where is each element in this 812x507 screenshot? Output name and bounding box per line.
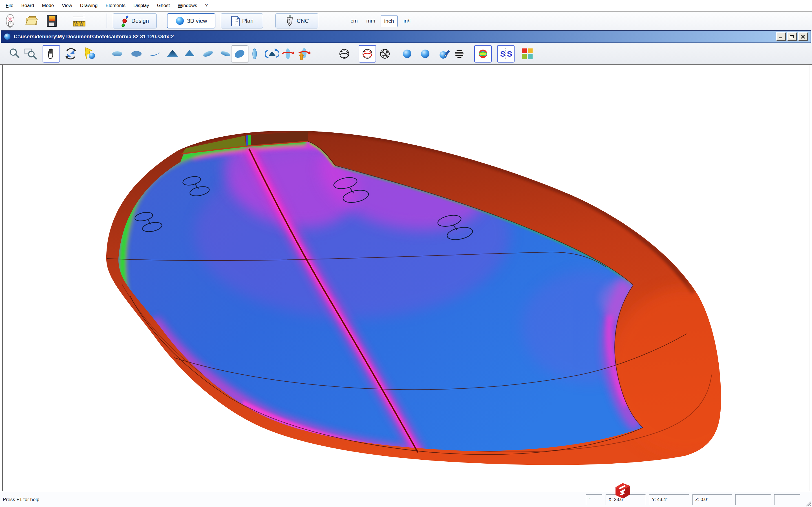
shaded-smooth-button[interactable] xyxy=(418,47,432,61)
viewport-canvas[interactable] xyxy=(2,65,810,491)
rotate-axis-step-button[interactable] xyxy=(297,47,311,61)
wireframe-icon xyxy=(338,47,351,61)
close-button[interactable] xyxy=(798,33,808,41)
status-empty-panel xyxy=(735,494,771,505)
textured-sphere-icon xyxy=(437,47,451,61)
zoom-window-icon xyxy=(24,47,38,60)
toolbar-separator xyxy=(107,13,107,28)
minimize-icon xyxy=(778,34,783,39)
view-toolbar: S S xyxy=(0,43,812,65)
wireframe-mesh-button[interactable] xyxy=(378,47,392,61)
view-top-icon xyxy=(111,47,124,60)
cnc-mode-button[interactable]: CNC xyxy=(275,13,318,29)
status-z-coordinate: Z: 0.0" xyxy=(693,494,732,505)
minimize-button[interactable] xyxy=(776,33,786,41)
status-unit-panel: " xyxy=(586,494,602,505)
shaded-button[interactable] xyxy=(400,47,414,61)
view-outline-icon xyxy=(248,47,261,60)
menu-view[interactable]: View xyxy=(58,0,76,11)
wireframe-slices-button[interactable] xyxy=(359,45,376,62)
unit-mm[interactable]: mm xyxy=(364,15,378,26)
rotate-3d-icon xyxy=(64,47,78,61)
zoom-icon xyxy=(8,47,21,60)
maximize-button[interactable] xyxy=(787,33,797,41)
rotate-axis-step-icon xyxy=(297,47,310,61)
menu-elements[interactable]: Elements xyxy=(101,0,130,11)
resize-grip[interactable] xyxy=(805,501,811,507)
zoom-window-button[interactable] xyxy=(24,47,38,61)
save-file-button[interactable] xyxy=(45,13,59,28)
menu-windows[interactable]: Windows xyxy=(174,0,201,11)
curvature-map-button[interactable] xyxy=(474,45,492,62)
design-mode-label: Design xyxy=(132,18,149,24)
view-outline-button[interactable] xyxy=(248,47,262,61)
new-board-icon xyxy=(4,13,17,28)
status-help-text: Press F1 for help xyxy=(3,492,39,507)
sketchup-logo-icon xyxy=(612,481,633,500)
new-board-button[interactable] xyxy=(3,13,18,28)
view-perspective-button[interactable] xyxy=(231,45,248,62)
open-file-button[interactable] xyxy=(24,13,39,28)
view-persp-right-icon xyxy=(219,47,232,60)
wireframe-slices-icon xyxy=(361,47,374,61)
view-back-icon xyxy=(183,47,196,60)
plan-mode-label: Plan xyxy=(242,18,253,24)
menu-drawing[interactable]: Drawing xyxy=(76,0,101,11)
menu-board[interactable]: Board xyxy=(17,0,38,11)
rotate-axis-icon xyxy=(281,47,295,61)
unit-inf[interactable]: in/f xyxy=(400,15,414,26)
menu-file[interactable]: File xyxy=(2,0,17,11)
stripes-map-button[interactable] xyxy=(452,47,466,61)
view-top-button[interactable] xyxy=(110,47,124,61)
main-toolbar: Design 3D view Plan CNC cm mm inch in/f xyxy=(0,12,812,31)
save-icon xyxy=(45,14,58,27)
menu-help[interactable]: ? xyxy=(201,0,211,11)
maximize-icon xyxy=(790,34,795,39)
view-bottom-button[interactable] xyxy=(130,47,144,61)
view-rocker-icon xyxy=(148,47,161,60)
document-title: C:\users\dennery\My Documents\hotelcalif… xyxy=(14,34,174,40)
3d-view-mode-label: 3D view xyxy=(187,18,207,24)
wireframe-button[interactable] xyxy=(337,47,351,61)
board-3d-render xyxy=(3,65,809,491)
measurements-button[interactable] xyxy=(73,13,87,28)
document-title-bar[interactable]: C:\users\dennery\My Documents\hotelcalif… xyxy=(1,31,811,43)
3d-sphere-icon xyxy=(175,16,185,25)
render-light-button[interactable] xyxy=(84,47,98,61)
zoom-tool-button[interactable] xyxy=(7,47,21,61)
textured-button[interactable] xyxy=(437,47,451,61)
color-settings-button[interactable] xyxy=(520,47,534,61)
sketchup-export-button[interactable] xyxy=(612,481,633,501)
svg-text:S: S xyxy=(500,50,506,58)
render-light-icon xyxy=(84,47,98,61)
status-bar: Press F1 for help " X: 23.6" Y: 43.4" Z:… xyxy=(0,492,812,507)
close-icon xyxy=(801,34,806,39)
status-empty-panel xyxy=(774,494,800,505)
design-icon xyxy=(121,15,129,27)
cnc-mode-label: CNC xyxy=(297,18,309,24)
view-persp-left-button[interactable] xyxy=(201,47,215,61)
view-back-button[interactable] xyxy=(183,47,197,61)
menu-ghost[interactable]: Ghost xyxy=(153,0,174,11)
view-rocker-button[interactable] xyxy=(147,47,161,61)
document-sphere-icon xyxy=(4,33,11,40)
unit-cm[interactable]: cm xyxy=(348,15,361,26)
view-persp-right-button[interactable] xyxy=(218,47,233,61)
unit-inch[interactable]: inch xyxy=(380,15,398,27)
open-folder-icon xyxy=(24,14,39,27)
auto-rotate-button[interactable] xyxy=(265,47,279,61)
design-mode-button[interactable]: Design xyxy=(113,13,157,29)
symmetry-check-button[interactable]: S S xyxy=(497,45,515,62)
pan-tool-button[interactable] xyxy=(43,45,60,62)
color-settings-icon xyxy=(521,47,534,60)
plan-mode-button[interactable]: Plan xyxy=(221,13,263,29)
rotate-3d-button[interactable] xyxy=(64,47,78,61)
cnc-icon xyxy=(285,15,294,27)
menu-mode[interactable]: Mode xyxy=(38,0,58,11)
svg-text:S: S xyxy=(507,50,512,58)
view-front-button[interactable] xyxy=(165,47,180,61)
3d-view-mode-button[interactable]: 3D view xyxy=(167,13,215,29)
rotate-axis-button[interactable] xyxy=(281,47,295,61)
view-bottom-icon xyxy=(130,47,143,60)
menu-display[interactable]: Display xyxy=(130,0,153,11)
